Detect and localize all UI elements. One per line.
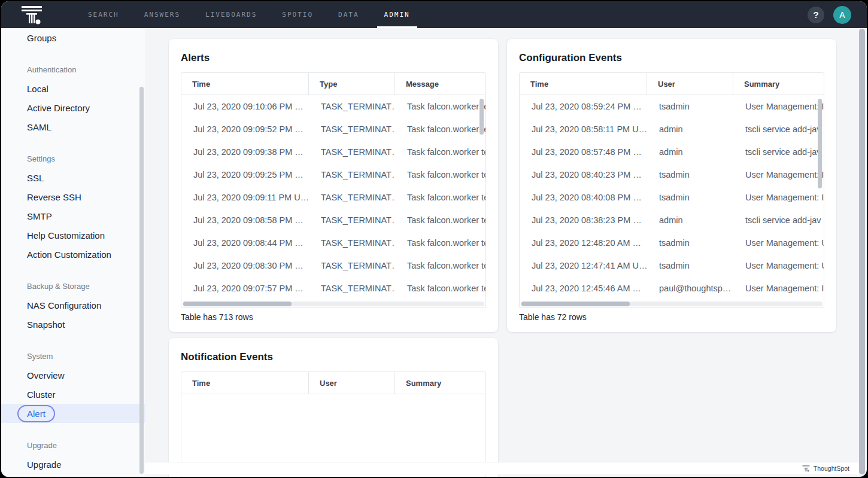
tab-admin[interactable]: ADMIN	[372, 1, 423, 28]
table-row[interactable]: Jul 23, 2020 12:48:20 AM … tsadmin User …	[520, 232, 824, 254]
cell-time: Jul 23, 2020 08:57:48 PM …	[520, 141, 647, 163]
tab-answers[interactable]: ANSWERS	[132, 1, 193, 28]
sidebar-item-saml[interactable]: SAML	[1, 117, 145, 136]
cell-summary: tscli service add-jav	[733, 209, 824, 232]
sidebar-item-active-directory[interactable]: Active Directory	[1, 98, 145, 117]
notification-events-table: Time User Summary	[181, 372, 486, 477]
table-row[interactable]: Jul 23, 2020 09:09:11 PM U… TASK_TERMINA…	[181, 186, 485, 209]
sidebar-scrollbar[interactable]	[139, 87, 144, 474]
sidebar-section-backup-storage: Backup & Storage	[1, 276, 145, 296]
configuration-events-title: Configuration Events	[519, 52, 824, 64]
notif-col-user: User	[309, 372, 395, 394]
table-row[interactable]: Jul 23, 2020 08:59:24 PM … tsadmin User …	[520, 95, 824, 118]
sidebar-item-overview[interactable]: Overview	[1, 366, 145, 385]
sidebar-item-nas-configuration[interactable]: NAS Configuration	[1, 296, 145, 315]
cell-message: Task falcon.worker te	[395, 232, 485, 254]
config-col-summary: Summary	[733, 73, 824, 95]
cell-time: Jul 23, 2020 09:08:30 PM …	[181, 254, 309, 277]
table-row[interactable]: Jul 23, 2020 09:08:58 PM … TASK_TERMINAT…	[181, 209, 485, 232]
table-row[interactable]: Jul 23, 2020 09:09:52 PM … TASK_TERMINAT…	[181, 118, 485, 141]
cell-message: Task falcon.worker te	[395, 254, 485, 277]
tab-search[interactable]: SEARCH	[75, 1, 132, 28]
notif-col-time: Time	[181, 372, 309, 394]
page-scrollbar[interactable]	[859, 29, 865, 474]
cell-summary: User Management: U	[733, 254, 824, 277]
help-icon[interactable]: ?	[808, 7, 824, 23]
cell-time: Jul 23, 2020 09:08:58 PM …	[181, 209, 309, 232]
page-scrollbar-thumb[interactable]	[859, 29, 865, 474]
sidebar-item-smtp[interactable]: SMTP	[1, 206, 145, 226]
sidebar-item-snapshot[interactable]: Snapshot	[1, 315, 145, 334]
notif-col-summary: Summary	[395, 372, 485, 394]
cell-user: admin	[647, 209, 733, 232]
sidebar-item-cluster[interactable]: Cluster	[1, 385, 145, 404]
cell-time: Jul 23, 2020 12:47:41 AM U…	[520, 254, 647, 277]
sidebar-item-reverse-ssh[interactable]: Reverse SSH	[1, 187, 145, 206]
alerts-vertical-scrollbar[interactable]	[479, 99, 484, 135]
sidebar-item-alert-label: Alert	[17, 405, 55, 422]
thoughtspot-logo-icon[interactable]	[21, 5, 43, 25]
table-row[interactable]: Jul 23, 2020 09:10:06 PM … TASK_TERMINAT…	[181, 95, 485, 118]
sidebar-section-settings: Settings	[1, 149, 145, 168]
user-avatar[interactable]: A	[833, 6, 851, 24]
sidebar-item-alert[interactable]: Alert	[1, 404, 145, 423]
notification-events-card: Notification Events Time User Summary	[169, 338, 498, 477]
alerts-horizontal-scrollbar[interactable]	[183, 302, 484, 306]
sidebar-item-ssl[interactable]: SSL	[1, 168, 145, 187]
table-row[interactable]: Jul 23, 2020 08:57:48 PM … admin tscli s…	[520, 141, 824, 163]
cell-message: Task falcon.worker te	[395, 163, 485, 186]
admin-sidebar: Groups Authentication Local Active Direc…	[1, 28, 145, 477]
footer-brand-text: ThoughtSpot	[814, 465, 849, 472]
cell-summary: User Management: I	[733, 95, 824, 118]
cell-message: Task falcon.worker te	[395, 186, 485, 209]
alerts-table: Time Type Message Jul 23, 2020 09:10:06 …	[181, 72, 486, 308]
configuration-events-table: Time User Summary Jul 23, 2020 08:59:24 …	[519, 72, 824, 308]
cell-time: Jul 23, 2020 08:59:24 PM …	[520, 95, 647, 118]
page-footer: ThoughtSpot	[145, 462, 859, 474]
cell-message: Task falcon.worker te	[395, 209, 485, 232]
cell-time: Jul 23, 2020 08:40:08 PM …	[520, 186, 647, 209]
table-row[interactable]: Jul 23, 2020 08:40:23 PM … tsadmin User …	[520, 163, 824, 186]
config-table-header: Time User Summary	[520, 73, 824, 95]
cell-user: tsadmin	[647, 163, 733, 186]
table-row[interactable]: Jul 23, 2020 09:07:57 PM … TASK_TERMINAT…	[181, 277, 485, 300]
configuration-events-card: Configuration Events Time User Summary J…	[507, 39, 836, 332]
cell-time: Jul 23, 2020 09:09:25 PM …	[181, 163, 309, 186]
cell-type: TASK_TERMINAT…	[309, 163, 395, 186]
sidebar-item-action-customization[interactable]: Action Customization	[1, 245, 145, 264]
alerts-col-time: Time	[181, 73, 309, 95]
alerts-horizontal-scrollbar-thumb[interactable]	[183, 302, 292, 306]
tab-data[interactable]: DATA	[326, 1, 372, 28]
cell-summary: User Management: I	[733, 163, 824, 186]
sidebar-item-upgrade[interactable]: Upgrade	[1, 455, 145, 474]
sidebar-item-local[interactable]: Local	[1, 79, 145, 98]
config-vertical-scrollbar[interactable]	[818, 99, 822, 188]
tab-spotiq[interactable]: SPOTIQ	[269, 1, 326, 28]
alerts-card: Alerts Time Type Message Jul 23, 2020 09…	[169, 39, 498, 332]
table-row[interactable]: Jul 23, 2020 09:09:38 PM … TASK_TERMINAT…	[181, 141, 485, 163]
config-horizontal-scrollbar[interactable]	[521, 302, 823, 306]
sidebar-item-help-customization[interactable]: Help Customization	[1, 226, 145, 245]
table-row[interactable]: Jul 23, 2020 12:45:46 AM … paul@thoughts…	[520, 277, 824, 300]
cell-user: tsadmin	[647, 254, 733, 277]
table-row[interactable]: Jul 23, 2020 09:08:30 PM … TASK_TERMINAT…	[181, 254, 485, 277]
table-row[interactable]: Jul 23, 2020 09:08:44 PM … TASK_TERMINAT…	[181, 232, 485, 254]
sidebar-item-groups[interactable]: Groups	[1, 28, 145, 47]
table-row[interactable]: Jul 23, 2020 08:40:08 PM … tsadmin User …	[520, 186, 824, 209]
cell-time: Jul 23, 2020 09:09:11 PM U…	[181, 186, 309, 209]
cell-time: Jul 23, 2020 09:09:38 PM …	[181, 141, 309, 163]
cell-time: Jul 23, 2020 12:45:46 AM …	[520, 277, 647, 300]
config-table-body: Jul 23, 2020 08:59:24 PM … tsadmin User …	[520, 95, 824, 307]
cell-type: TASK_TERMINAT…	[309, 209, 395, 232]
config-horizontal-scrollbar-thumb[interactable]	[521, 302, 630, 306]
cell-user: paul@thoughtsp…	[647, 277, 733, 300]
table-row[interactable]: Jul 23, 2020 12:47:41 AM U… tsadmin User…	[520, 254, 824, 277]
tab-liveboards[interactable]: LIVEBOARDS	[193, 1, 269, 28]
table-row[interactable]: Jul 23, 2020 09:09:25 PM … TASK_TERMINAT…	[181, 163, 485, 186]
cell-time: Jul 23, 2020 08:58:11 PM U…	[520, 118, 647, 141]
main-content: Alerts Time Type Message Jul 23, 2020 09…	[145, 28, 867, 477]
table-row[interactable]: Jul 23, 2020 08:58:11 PM U… admin tscli …	[520, 118, 824, 141]
cell-time: Jul 23, 2020 09:10:06 PM …	[181, 95, 309, 118]
table-row[interactable]: Jul 23, 2020 08:38:23 PM … admin tscli s…	[520, 209, 824, 232]
cell-summary: User Management: I	[733, 186, 824, 209]
